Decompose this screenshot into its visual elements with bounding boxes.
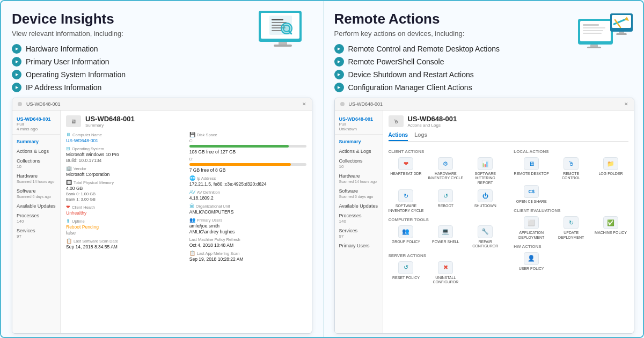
sidebar-item-software[interactable]: SoftwareScanned 6 days ago (12, 186, 60, 201)
action-heartbeat[interactable]: ❤ HEARTBEAT DDR (389, 157, 424, 185)
sidebar-item-services[interactable]: Services97 (12, 226, 60, 241)
actions-icon: 🖱 (389, 115, 404, 127)
powershell-label: POWER SHELL (432, 240, 459, 244)
tab-logs[interactable]: Logs (414, 132, 427, 141)
client-eval-title: CLIENT EVALUATIONS (514, 208, 628, 213)
disk-icon: 💾 (189, 132, 195, 137)
feature-os: Operating System Information (12, 70, 248, 79)
disk-bar1-bg (189, 145, 306, 148)
local-placeholder1-icon (564, 185, 579, 198)
feature-ip: IP Address Information (12, 83, 248, 92)
reboot-label: REBOOT (438, 204, 454, 208)
action-hardware-inventory[interactable]: ⚙ HARDWARE INVENTORY CYCLE (428, 157, 463, 185)
actions-sidebar-services[interactable]: Services97 (335, 226, 383, 241)
os-build: Build: 10.0.17134 (66, 158, 183, 163)
summary-icon: 🖥 (66, 115, 81, 127)
ip-label: Ip Address (197, 176, 216, 181)
info-health: ❤ Client Health Unhealthy (66, 204, 183, 216)
actions-sidebar-collections[interactable]: Collections10 (335, 156, 383, 171)
action-group-policy[interactable]: 👥 GROUP POLICY (389, 225, 424, 249)
action-update-deployment[interactable]: ↻ UPDATE DEPLOYMENT (553, 216, 589, 240)
action-app-deployment[interactable]: ⬜ APPLICATION DEPLOYMENT (514, 216, 549, 240)
action-open-c-share[interactable]: C$ OPEN C$ SHARE (514, 185, 549, 204)
actions-sidebar-primary-users[interactable]: Primary Users (335, 241, 383, 251)
actions-subtitle-text: Actions and Logs (408, 123, 457, 128)
scan-label: Last Software Scan Date (74, 239, 118, 244)
sidebar-item-hardware[interactable]: HardwareScanned 14 hours ago (12, 171, 60, 186)
info-col-left: 🖥 Computer Name US-WD648-001 ⊞ Operating… (66, 132, 183, 262)
feature-powershell: Remote PowerShell Console (334, 57, 570, 67)
action-remote-desktop[interactable]: 🖥 REMOTE DESKTOP (514, 157, 549, 181)
health-label: Client Health (72, 205, 95, 210)
action-remote-control[interactable]: 🖱 REMOTE CONTROL (553, 157, 589, 181)
action-user-policy[interactable]: 👤 USER POLICY (514, 252, 549, 271)
actions-sidebar-summary[interactable]: Summary (335, 137, 383, 146)
sidebar-device-time: 4 mins ago (17, 127, 56, 131)
info-policy-refresh: Last Machine Policy Refresh Oct 4, 2018 … (189, 237, 306, 248)
action-software-metering[interactable]: 📊 SOFTWARE METERING REPORT (467, 157, 503, 185)
action-reboot[interactable]: ↺ REBOOT (428, 189, 463, 213)
disk-bar2-label: D: (189, 157, 306, 161)
action-placeholder-server (467, 261, 503, 285)
action-repair-configuror[interactable]: 🔧 REPAIR CONFIGUROR (467, 225, 503, 249)
actions-sidebar-actions[interactable]: Actions & Logs (335, 146, 383, 156)
disk-value2: 7 GB free of 8 GB (189, 167, 306, 173)
info-vendor: 🏢 Vendor Microsoft Corporation (66, 166, 183, 177)
local-placeholder2 (593, 185, 628, 204)
right-illustration (575, 8, 634, 56)
memory-bank0: Bank 0: 1.00 GB (66, 192, 183, 196)
action-shutdown[interactable]: ⏻ SHUTDOWN (467, 189, 503, 213)
hardware-inventory-icon: ⚙ (438, 157, 453, 170)
sidebar-item-actions[interactable]: Actions & Logs (12, 146, 60, 156)
svg-rect-3 (272, 19, 283, 20)
action-powershell[interactable]: 💻 POWER SHELL (428, 225, 463, 249)
info-scan-date: 📋 Last Software Scan Date Sep 14, 2018 8… (66, 238, 183, 249)
actions-sidebar-hardware[interactable]: HardwareScanned 14 hours ago (335, 171, 383, 186)
scan-value: Sep 14, 2018 8:34:55 AM (66, 244, 183, 249)
scan-label-row: 📋 Last Software Scan Date (66, 238, 183, 244)
feature-shutdown: Device Shutdown and Restart Actions (334, 70, 570, 79)
sidebar-item-updates[interactable]: Available Updates (12, 201, 60, 211)
info-app-scan: 📋 Last App Metering Scan Sep 19, 2018 10… (189, 251, 306, 262)
action-log-folder[interactable]: 📁 LOG FOLDER (593, 157, 628, 181)
os-label-row: ⊞ Operating System (66, 146, 183, 151)
actions-tabs: Actions Logs (389, 132, 629, 142)
computer-icon: 🖥 (66, 132, 71, 137)
action-software-inventory[interactable]: ↻ SOFTWARE INVENTORY CYCLE (389, 189, 424, 213)
local-placeholder1 (553, 185, 589, 204)
machine-policy-icon: ✅ (603, 216, 618, 229)
memory-icon: 🔲 (66, 180, 72, 185)
shutdown-label: SHUTDOWN (474, 204, 496, 208)
bullet-icon-r4 (334, 83, 344, 92)
sidebar-item-processes[interactable]: Processes140 (12, 211, 60, 226)
local-actions-grid2: C$ OPEN C$ SHARE (514, 185, 628, 204)
left-panel-header: Device Insights View relevant informatio… (12, 11, 312, 98)
sidebar-item-collections[interactable]: Collections10 (12, 156, 60, 171)
info-col-right: 💾 Disk Space C: 108 GB free of 127 GB D: (189, 132, 306, 262)
close-icon-right[interactable]: ✕ (624, 101, 628, 107)
info-disk: 💾 Disk Space C: 108 GB free of 127 GB D: (189, 132, 306, 173)
users-label: Primary Users (197, 218, 223, 223)
device-card-left: US-WD648-001 ✕ US-WD648-001 Pull 4 mins … (12, 98, 312, 334)
actions-sidebar-updates[interactable]: Available Updates (335, 201, 383, 211)
open-c-share-icon: C$ (524, 185, 539, 198)
actions-sidebar-software[interactable]: SoftwareScanned 6 days ago (335, 186, 383, 201)
av-icon: AV (189, 189, 195, 195)
server-actions-title: SERVER ACTIONS (389, 253, 503, 258)
actions-sidebar-processes[interactable]: Processes140 (335, 211, 383, 226)
action-reset-policy[interactable]: ↺ RESET POLICY (389, 261, 424, 285)
action-uninstall-configuror[interactable]: ✖ UNINSTALL CONFIGUROR (428, 261, 463, 285)
action-machine-policy[interactable]: ✅ MACHINE POLICY (593, 216, 628, 240)
left-title: Device Insights (12, 11, 248, 27)
health-icon: ❤ (66, 204, 70, 210)
hw-placeholder1 (553, 252, 589, 271)
policy-refresh-label: Last Machine Policy Refresh (189, 237, 306, 242)
close-icon-left[interactable]: ✕ (302, 101, 306, 107)
disk-bar2-bg (189, 163, 306, 166)
sidebar-item-summary[interactable]: Summary (12, 137, 60, 146)
svg-rect-26 (616, 33, 627, 35)
hw-placeholder1-icon (564, 252, 579, 265)
tab-actions[interactable]: Actions (389, 132, 408, 141)
feature-remote-control: Remote Control and Remote Desktop Action… (334, 44, 570, 54)
client-actions-col: CLIENT ACTIONS ❤ HEARTBEAT DDR ⚙ HARDWAR… (389, 147, 503, 289)
